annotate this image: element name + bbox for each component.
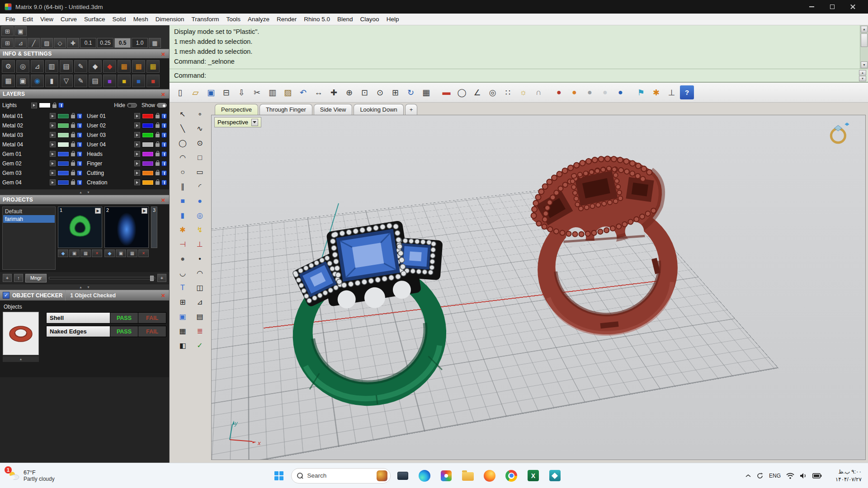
tool-dot-icon[interactable]: •	[193, 253, 207, 265]
snap-value-0-5[interactable]: 0.5	[114, 38, 131, 48]
layer-visibility-toggle[interactable]	[161, 123, 167, 128]
save-file-icon[interactable]: ▣	[204, 85, 218, 99]
tool-surface-icon[interactable]: ▣	[176, 310, 189, 323]
layer-name[interactable]: Gem 01	[2, 151, 48, 157]
layer-lock-icon[interactable]	[71, 172, 75, 175]
project-thumb-1[interactable]: 1 ▶ ◆ ▣ ▦ ×	[58, 206, 102, 270]
tool-cells-icon[interactable]: ▦	[176, 325, 189, 337]
tool-sphere-icon[interactable]: ●	[193, 195, 207, 207]
scroll-up-icon[interactable]: ▲	[861, 26, 868, 33]
layer-color-swatch[interactable]	[142, 180, 154, 185]
menu-edit[interactable]: Edit	[19, 14, 37, 25]
layer-expand-button[interactable]	[50, 141, 56, 147]
open-file-icon[interactable]: ▱	[189, 85, 203, 99]
copy-icon[interactable]: ▥	[265, 85, 279, 99]
layer-color-swatch[interactable]	[57, 180, 69, 185]
tool-select-icon[interactable]: ↖	[176, 108, 189, 120]
collapse-down-icon[interactable]: ▼	[87, 191, 90, 194]
command-input[interactable]	[209, 70, 856, 80]
clock[interactable]: ۹:۰۰ ب.ظ ۱۴۰۴/۰۷/۲۷	[827, 468, 862, 483]
layer-expand-button[interactable]	[50, 151, 56, 157]
layer-lock-icon[interactable]	[156, 124, 160, 128]
tool-triangle-icon[interactable]: ⊿	[193, 296, 207, 308]
checked-object-thumbnail[interactable]	[3, 312, 39, 355]
tool-rounded-rect-icon[interactable]: ▭	[193, 166, 207, 178]
add-thumb-button[interactable]: +	[157, 274, 166, 282]
tool-sphere-dark-icon[interactable]: ●	[176, 253, 189, 265]
layer-expand-button[interactable]	[134, 179, 140, 185]
thumb-play-button[interactable]: ▶	[95, 208, 101, 214]
grid-snap-icon[interactable]: ⊞	[1, 38, 14, 48]
naked-edges-fail-badge[interactable]: FAIL	[138, 326, 166, 337]
menu-help[interactable]: Help	[383, 14, 403, 25]
render-light-icon[interactable]: ☼	[516, 85, 530, 99]
help-icon[interactable]: ?	[680, 85, 694, 99]
layer-expand-button[interactable]	[134, 170, 140, 176]
naked-edges-pass-badge[interactable]: PASS	[110, 326, 138, 337]
menu-surface[interactable]: Surface	[80, 14, 109, 25]
project-item-default[interactable]: Default	[3, 207, 55, 215]
palette-icon[interactable]: ◆	[89, 60, 102, 73]
menu-rhino[interactable]: Rhino 5.0	[300, 14, 334, 25]
tool-rectangle-icon[interactable]: □	[193, 151, 207, 164]
layer-visibility-toggle[interactable]	[161, 180, 167, 185]
material-sphere-icon[interactable]: ●	[567, 85, 581, 99]
layer-lock-icon[interactable]	[71, 124, 75, 128]
wifi-icon[interactable]	[786, 473, 794, 479]
pane-icon[interactable]: ⊞	[1, 26, 14, 36]
render-sphere-icon[interactable]: ●	[552, 85, 566, 99]
menu-tools[interactable]: Tools	[222, 14, 244, 25]
edit-icon[interactable]: ✎	[74, 60, 87, 73]
tab-looking-down[interactable]: Looking Down	[354, 104, 403, 115]
center-circle-icon[interactable]: ◎	[486, 85, 500, 99]
add-view-tab-button[interactable]: +	[405, 104, 418, 115]
layer-expand-button[interactable]	[50, 179, 56, 185]
layer-color-swatch[interactable]	[142, 113, 154, 119]
layer-color-swatch[interactable]	[57, 123, 69, 128]
lights-visibility-toggle[interactable]	[58, 103, 64, 108]
layer-name[interactable]: Gem 02	[2, 160, 48, 167]
tool-cylinder-icon[interactable]: ▮	[176, 209, 189, 221]
paste-icon[interactable]: ▨	[281, 85, 295, 99]
sync-icon[interactable]	[756, 472, 764, 479]
layer-lock-icon[interactable]	[156, 115, 160, 118]
clayoo-app-icon[interactable]	[545, 466, 564, 485]
undo-icon[interactable]: ↶	[296, 85, 310, 99]
snap-angle-icon[interactable]: ∠	[470, 85, 484, 99]
layer-color-swatch[interactable]	[57, 151, 69, 157]
print-icon[interactable]: ⊟	[219, 85, 233, 99]
flag-icon[interactable]: ⚑	[634, 85, 648, 99]
globe-icon[interactable]: ◉	[31, 75, 44, 87]
chrome-app-icon[interactable]	[502, 466, 521, 485]
file-explorer-icon[interactable]	[458, 466, 477, 485]
edge-app-icon[interactable]	[415, 466, 434, 485]
close-checker-button[interactable]: ×	[160, 292, 166, 299]
notes-icon[interactable]: ▤	[89, 75, 102, 87]
move-icon[interactable]: ✚	[327, 85, 341, 99]
layer-lock-icon[interactable]	[156, 134, 160, 137]
grid-settings-icon[interactable]: ▦	[2, 75, 15, 87]
box-yellow-icon[interactable]: ■	[118, 75, 131, 87]
tool-shade-icon[interactable]: ◧	[176, 339, 189, 352]
command-scrollbar[interactable]: ▲ ▼	[860, 25, 868, 69]
new-file-icon[interactable]: ▯	[173, 85, 187, 99]
menu-mesh[interactable]: Mesh	[130, 14, 152, 25]
photos-app-icon[interactable]	[437, 466, 456, 485]
scrollbar-thumb[interactable]	[861, 33, 868, 47]
tool-text-icon[interactable]: T	[176, 282, 189, 294]
language-indicator[interactable]: ENG	[769, 473, 781, 479]
object-list-collapse[interactable]: ▲	[3, 356, 39, 362]
tool-line-icon[interactable]: ╲	[176, 122, 189, 135]
layer-lock-icon[interactable]	[71, 143, 75, 147]
layer-lock-icon[interactable]	[156, 143, 160, 147]
box-purple-icon[interactable]: ■	[103, 75, 116, 87]
project-item-farimah[interactable]: farimah	[3, 215, 55, 223]
layer-lock-icon[interactable]	[156, 162, 160, 166]
collapse-up-icon[interactable]: ▲	[79, 191, 82, 194]
layer-lock-icon[interactable]	[71, 134, 75, 137]
zoom-window-icon[interactable]: ⊡	[358, 85, 372, 99]
layers-collapse-strip[interactable]: ▲▼	[0, 189, 169, 195]
thumb-gem-button[interactable]: ◆	[58, 249, 68, 257]
tool-curve-u-icon[interactable]: ◡	[176, 267, 189, 279]
tool-pull-icon[interactable]: ⊣	[176, 238, 189, 250]
